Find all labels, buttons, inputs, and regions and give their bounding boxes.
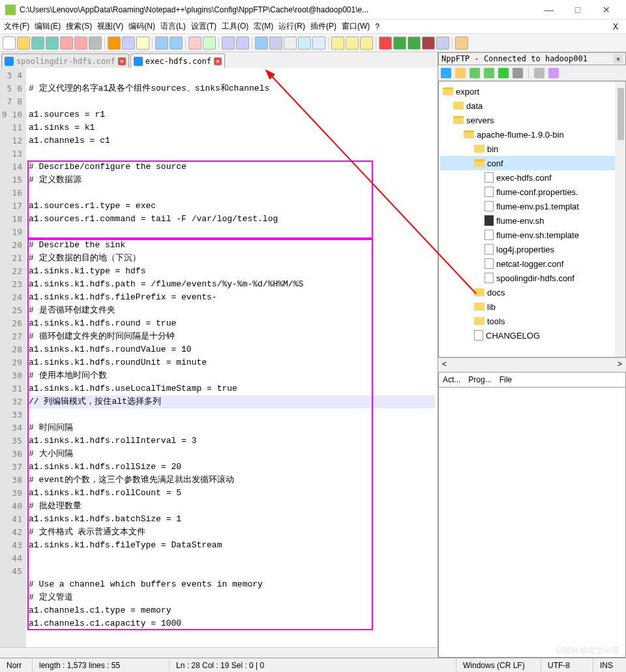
replace-icon[interactable] xyxy=(203,37,216,50)
playstop-icon[interactable] xyxy=(422,37,435,50)
tree-item[interactable]: tools xyxy=(440,314,624,328)
tree-item[interactable]: CHANGELOG xyxy=(440,328,624,343)
redo-icon[interactable] xyxy=(170,37,183,50)
zoomin-icon[interactable] xyxy=(222,37,235,50)
horizontal-scrollbar[interactable] xyxy=(0,647,438,658)
closeall-icon[interactable] xyxy=(74,37,87,50)
tree-item[interactable]: docs xyxy=(440,285,624,299)
tree-item[interactable]: lib xyxy=(440,299,624,314)
paste-icon[interactable] xyxy=(136,37,149,50)
nav-right-icon[interactable]: > xyxy=(618,359,622,369)
indent-icon[interactable] xyxy=(298,37,311,50)
close-icon[interactable] xyxy=(60,37,73,50)
tree-item-label: CHANGELOG xyxy=(486,331,540,341)
menu-macro[interactable]: 宏(M) xyxy=(254,21,273,32)
cloud-icon[interactable] xyxy=(455,37,468,50)
folder-icon xyxy=(474,288,484,296)
playfast-icon[interactable] xyxy=(408,37,421,50)
sync-icon[interactable] xyxy=(255,37,268,50)
line-gutter: 3 4 5 6 7 8 9 10 11 12 13 14 15 16 17 18… xyxy=(0,68,26,647)
editor[interactable]: 3 4 5 6 7 8 9 10 11 12 13 14 15 16 17 18… xyxy=(0,68,438,647)
doc2-icon[interactable] xyxy=(346,37,359,50)
menu-view[interactable]: 视图(V) xyxy=(97,21,123,32)
menu-plugins[interactable]: 插件(P) xyxy=(310,21,336,32)
tab-exec-hdfs[interactable]: exec-hdfs.conf × xyxy=(130,53,225,68)
menu-run[interactable]: 运行(R) xyxy=(278,21,305,32)
menu-window[interactable]: 窗口(W) xyxy=(342,21,370,32)
statusbar: Norr length : 1,573 lines : 55 Ln : 28 C… xyxy=(0,658,626,672)
upload-icon[interactable] xyxy=(470,68,480,78)
close-icon[interactable]: × xyxy=(214,57,222,65)
tree-item-label: log4j.properties xyxy=(496,245,554,254)
playlist-icon[interactable] xyxy=(436,37,449,50)
new-icon[interactable] xyxy=(3,37,16,50)
tree-scrollbar[interactable] xyxy=(615,82,625,357)
menu-tools[interactable]: 工具(O) xyxy=(222,21,248,32)
tree-item[interactable]: flume-env.sh xyxy=(440,213,624,228)
download-icon[interactable] xyxy=(484,68,494,78)
menu-encoding[interactable]: 编码(N) xyxy=(128,21,155,32)
tab-file[interactable]: File xyxy=(499,375,512,384)
refresh-icon[interactable] xyxy=(498,68,509,78)
menu-file[interactable]: 文件(F) xyxy=(4,21,29,32)
menu-language[interactable]: 语言(L) xyxy=(160,21,186,32)
docn-icon[interactable] xyxy=(360,37,373,50)
print-icon[interactable] xyxy=(89,37,102,50)
open-icon[interactable] xyxy=(17,37,30,50)
tree-item[interactable]: spoolingdir-hdfs.conf xyxy=(440,271,624,285)
stop-icon[interactable] xyxy=(513,68,523,78)
tree-item[interactable]: servers xyxy=(440,113,624,127)
code-area[interactable]: # 定义代理的名字a1及各个组件sources、sinks和channels a… xyxy=(26,68,438,647)
zoomout-icon[interactable] xyxy=(236,37,249,50)
play-icon[interactable] xyxy=(393,37,406,50)
copy-icon[interactable] xyxy=(122,37,135,50)
menu-help[interactable]: ? xyxy=(375,22,380,31)
file-icon xyxy=(484,201,494,211)
rec-icon[interactable] xyxy=(379,37,392,50)
menu-search[interactable]: 搜索(S) xyxy=(66,21,92,32)
folder-icon xyxy=(443,87,453,95)
fold-icon[interactable] xyxy=(312,37,325,50)
close-button[interactable]: ✕ xyxy=(592,1,621,19)
saveall-icon[interactable] xyxy=(46,37,59,50)
minimize-button[interactable]: — xyxy=(535,1,563,19)
tree-item[interactable]: flume-env.sh.template xyxy=(440,228,624,242)
nav-left-icon[interactable]: < xyxy=(442,359,447,369)
undo-icon[interactable] xyxy=(155,37,168,50)
tree-item[interactable]: conf xyxy=(440,156,624,170)
folder-open-icon[interactable] xyxy=(455,68,466,78)
gear-icon[interactable] xyxy=(534,68,544,78)
doc1-icon[interactable] xyxy=(331,37,344,50)
panel-close-icon[interactable]: × xyxy=(614,54,623,63)
tab-actions[interactable]: Act... xyxy=(443,375,460,384)
tree-item[interactable]: exec-hdfs.conf xyxy=(440,170,624,185)
folder-icon xyxy=(453,102,464,110)
maximize-button[interactable]: □ xyxy=(563,1,592,19)
tree-item[interactable]: flume-env.ps1.templat xyxy=(440,199,624,213)
tree-item[interactable]: log4j.properties xyxy=(440,242,624,256)
tree-item-label: tools xyxy=(487,316,505,326)
menu-settings[interactable]: 设置(T) xyxy=(191,21,216,32)
find-icon[interactable] xyxy=(188,37,201,50)
tree-item[interactable]: apache-flume-1.9.0-bin xyxy=(440,127,624,142)
tree-item[interactable]: flume-conf.properties. xyxy=(440,185,624,199)
chars-icon[interactable] xyxy=(284,37,297,50)
remote-tree[interactable]: exportdataserversapache-flume-1.9.0-binb… xyxy=(438,81,626,358)
tree-item[interactable]: export xyxy=(440,84,624,99)
tree-item[interactable]: bin xyxy=(440,142,624,156)
grid-icon[interactable] xyxy=(548,68,559,78)
save-icon[interactable] xyxy=(31,37,44,50)
link-icon[interactable] xyxy=(441,68,451,78)
tab-spoolingdir[interactable]: spoolingdir-hdfs.conf × xyxy=(1,53,129,68)
menubar-close[interactable]: X xyxy=(613,22,618,31)
tab-progress[interactable]: Prog... xyxy=(468,375,491,384)
sh-file-icon xyxy=(484,215,494,226)
menu-edit[interactable]: 编辑(E) xyxy=(35,21,61,32)
status-length: length : 1,573 lines : 55 xyxy=(33,658,170,672)
cut-icon[interactable] xyxy=(108,37,121,50)
tree-item[interactable]: data xyxy=(440,99,624,113)
close-icon[interactable]: × xyxy=(118,57,126,65)
file-icon xyxy=(484,244,494,254)
tree-item[interactable]: netcat-logger.conf xyxy=(440,256,624,271)
wrap-icon[interactable] xyxy=(269,37,282,50)
